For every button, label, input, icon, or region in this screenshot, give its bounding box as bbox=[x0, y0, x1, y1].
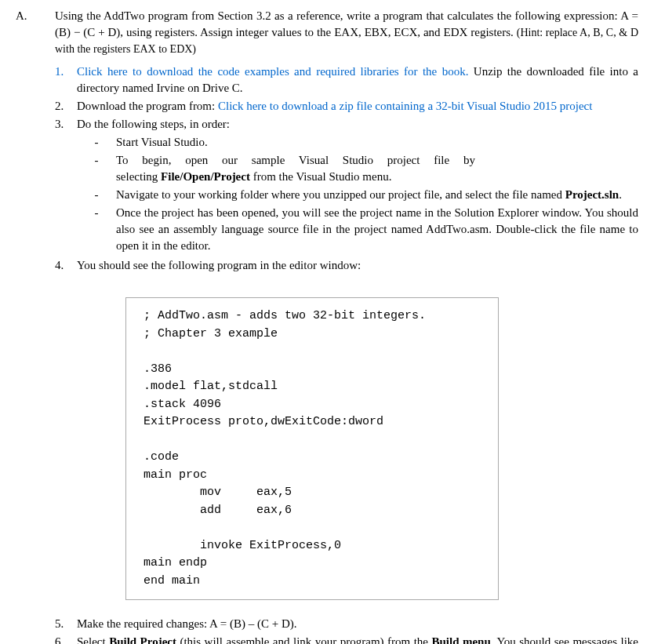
substep-d: - Once the project has been opened, you … bbox=[77, 205, 638, 254]
steps-list: 1. Click here to download the code examp… bbox=[55, 64, 638, 274]
step-content: Make the required changes: A = (B) – (C … bbox=[77, 616, 638, 632]
project-file: Project.sln bbox=[565, 188, 619, 201]
menu-path: File/Open/Project bbox=[161, 170, 250, 183]
bullet-dash: - bbox=[77, 187, 116, 203]
step-3-sublist: - Start Visual Studio. - To begin, open … bbox=[77, 134, 638, 254]
step-number: 1. bbox=[55, 64, 77, 80]
step-6-pre: Select bbox=[77, 635, 109, 644]
step-number: 2. bbox=[55, 98, 77, 115]
substep-c: - Navigate to your working folder where … bbox=[77, 187, 638, 203]
substep-text: To begin, open our sample Visual Studio … bbox=[116, 152, 638, 185]
step-content: Do the following steps, in order: - Star… bbox=[77, 116, 638, 256]
step-4: 4. You should see the following program … bbox=[55, 257, 638, 274]
substep-b-post: from the Visual Studio menu. bbox=[250, 170, 391, 183]
step-content: Select Build Project (this will assemble… bbox=[77, 634, 638, 644]
step-6-mid: (this will assemble and link your progra… bbox=[176, 635, 431, 644]
step-number: 5. bbox=[55, 616, 77, 632]
step-2-pre: Download the program from: bbox=[77, 100, 218, 112]
question-text: Using the AddTwo program from Section 3.… bbox=[55, 8, 638, 57]
substep-b: - To begin, open our sample Visual Studi… bbox=[77, 152, 638, 185]
substep-b-line1: To begin, open our sample Visual Studio … bbox=[116, 154, 475, 166]
build-project: Build Project bbox=[109, 635, 176, 644]
bullet-dash: - bbox=[77, 205, 116, 221]
build-menu: Build menu bbox=[431, 635, 490, 644]
step-3-intro: Do the following steps, in order: bbox=[77, 118, 230, 130]
substep-c-post: . bbox=[619, 188, 622, 201]
step-2: 2. Download the program from: Click here… bbox=[55, 98, 638, 115]
bullet-dash: - bbox=[77, 134, 116, 151]
download-project-link[interactable]: Click here to download a zip file contai… bbox=[218, 100, 592, 112]
step-1: 1. Click here to download the code examp… bbox=[55, 64, 638, 96]
code-listing: ; AddTwo.asm - adds two 32-bit integers.… bbox=[125, 297, 499, 600]
substep-b-pre: selecting bbox=[116, 170, 161, 183]
substep-c-pre: Navigate to your working folder where yo… bbox=[116, 188, 565, 201]
bullet-dash: - bbox=[77, 152, 116, 169]
substep-text: Once the project has been opened, you wi… bbox=[116, 205, 638, 254]
substep-text: Navigate to your working folder where yo… bbox=[116, 187, 638, 203]
step-content: You should see the following program in … bbox=[77, 257, 638, 274]
step-number: 6. bbox=[55, 634, 77, 644]
step-content: Click here to download the code examples… bbox=[77, 64, 638, 96]
step-number: 3. bbox=[55, 116, 77, 133]
question-a: A. Using the AddTwo program from Section… bbox=[16, 8, 638, 57]
download-examples-link[interactable]: Click here to download the code examples… bbox=[77, 65, 468, 78]
step-content: Download the program from: Click here to… bbox=[77, 98, 638, 115]
steps-list-continued: 5. Make the required changes: A = (B) – … bbox=[55, 616, 638, 644]
substep-text: Start Visual Studio. bbox=[116, 134, 638, 151]
step-number: 4. bbox=[55, 257, 77, 274]
question-marker: A. bbox=[16, 8, 55, 24]
substep-a: - Start Visual Studio. bbox=[77, 134, 638, 151]
step-5: 5. Make the required changes: A = (B) – … bbox=[55, 616, 638, 632]
step-3: 3. Do the following steps, in order: - S… bbox=[55, 116, 638, 256]
step-6: 6. Select Build Project (this will assem… bbox=[55, 634, 638, 644]
